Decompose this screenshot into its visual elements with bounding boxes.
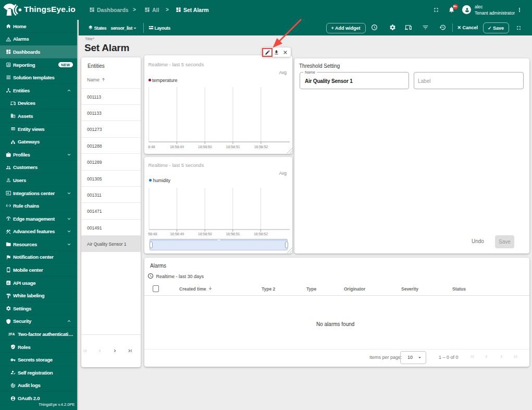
svg-text:16:58:52: 16:58:52	[254, 144, 268, 149]
svg-text:16:58:49: 16:58:49	[170, 144, 184, 149]
svg-text:16:58:50: 16:58:50	[198, 232, 212, 236]
svg-text:16:58:51: 16:58:51	[226, 144, 240, 149]
svg-text:16:58:49: 16:58:49	[170, 232, 184, 236]
svg-text:16:58:51: 16:58:51	[226, 232, 240, 236]
svg-text:16:58:50: 16:58:50	[198, 144, 212, 149]
svg-text:16:58:52: 16:58:52	[254, 232, 268, 236]
svg-text:8:48: 8:48	[148, 144, 155, 149]
svg-text:58:48: 58:48	[148, 232, 157, 236]
